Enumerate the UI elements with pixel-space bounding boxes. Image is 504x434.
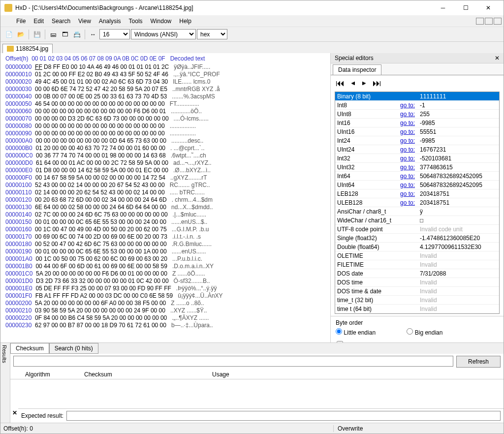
menu-tools[interactable]: Tools <box>125 17 147 26</box>
bottom-close-button[interactable]: ✕ <box>10 408 18 423</box>
menu-window[interactable]: Window <box>147 17 176 26</box>
di-row[interactable]: LEB128go to:203418751 <box>335 189 499 198</box>
hex-row[interactable]: 00000200 5A 20 00 00 00 00 00 00 6F A0 0… <box>5 300 325 307</box>
hex-row[interactable]: 00000090 00 00 00 00 00 00 00 00 00 00 0… <box>5 130 325 137</box>
hex-row[interactable]: 00000080 00 00 00 00 00 00 00 00 00 00 0… <box>5 123 325 130</box>
nav-buttons[interactable]: ⏮ ◀ ▶ ⏭ <box>331 75 504 92</box>
checksum-tab[interactable]: Checksum <box>10 343 49 354</box>
menu-edit[interactable]: Edit <box>30 17 48 26</box>
refresh-button[interactable]: Refresh <box>456 356 501 368</box>
close-button[interactable]: ✕ <box>477 1 500 15</box>
menu-file[interactable]: File <box>12 17 30 26</box>
hex-row[interactable]: 000000C0 00 36 77 74 70 74 00 00 01 98 0… <box>5 152 325 159</box>
di-row[interactable]: Double (float64)4.12977009611532E30 <box>335 243 499 251</box>
di-row[interactable]: UInt16go to:55551 <box>335 127 499 136</box>
hex-row[interactable]: 00000140 02 7C 00 00 00 24 6D 6C 75 63 0… <box>5 211 325 218</box>
di-row[interactable]: time_t (32 bit)Invalid <box>335 296 499 305</box>
di-row[interactable]: Int24go to:-9985 <box>335 136 499 145</box>
hex-row[interactable]: 00000190 00 01 00 00 00 0C 65 6E 55 53 0… <box>5 248 325 255</box>
hex-row[interactable]: 00000220 0F 84 00 00 B6 C4 58 59 5A 20 0… <box>5 314 325 322</box>
save-button[interactable]: 💾 <box>32 29 42 40</box>
hex-row[interactable]: 000001D0 D3 2D 73 66 33 32 00 00 00 00 0… <box>5 278 325 285</box>
status-bar: Offset(h): 0 Overwrite <box>0 423 504 434</box>
maximize-button[interactable]: ☐ <box>454 1 477 15</box>
menu-search[interactable]: Search <box>48 17 74 26</box>
panel-close-button[interactable]: ✕ <box>495 55 500 62</box>
di-row[interactable]: DOS date7/31/2088 <box>335 269 499 278</box>
ram-button[interactable]: 🗔 <box>60 29 70 40</box>
hex-row[interactable]: 00000070 00 00 00 00 D3 2D 6C 63 6D 73 0… <box>5 115 325 123</box>
hex-row[interactable]: 000001E0 05 DE FF FF F3 25 00 00 07 93 0… <box>5 285 325 292</box>
di-row[interactable]: Binary (8 bit)11111111 <box>335 92 499 101</box>
hex-row[interactable]: 00000030 00 00 6D 6E 74 72 52 47 42 20 5… <box>5 86 325 93</box>
di-row[interactable]: Single (float32)-1.4748612360085E20 <box>335 234 499 243</box>
hex-row[interactable]: 00000130 6E 64 00 00 02 58 00 00 00 24 6… <box>5 204 325 211</box>
di-row[interactable]: UInt64go to:5064878326892452095 <box>335 181 499 189</box>
expected-input[interactable] <box>66 411 501 421</box>
bytes-per-row-select[interactable]: 16 <box>99 29 130 39</box>
hex-row[interactable]: 00000010 01 2C 00 00 FF E2 02 B0 49 43 4… <box>5 71 325 78</box>
encoding-select[interactable]: Windows (ANSI) <box>131 29 196 39</box>
di-row[interactable]: Int16go to:-9985 <box>335 119 499 127</box>
checksum-combo[interactable] <box>13 356 453 367</box>
hex-row[interactable]: 00000120 00 20 63 68 72 6D 00 00 02 34 0… <box>5 196 325 204</box>
di-row[interactable]: UInt8go to:255 <box>335 110 499 119</box>
hex-row[interactable]: 00000110 02 14 00 00 00 20 62 54 52 43 0… <box>5 189 325 196</box>
minimize-button[interactable]: ─ <box>432 1 454 15</box>
di-row[interactable]: Int8go to:-1 <box>335 101 499 110</box>
data-inspector-tab[interactable]: Data inspector <box>333 64 381 75</box>
hex-row[interactable]: 00000050 46 54 00 00 00 00 00 00 00 00 0… <box>5 100 325 108</box>
di-row[interactable]: UInt24go to:16767231 <box>335 145 499 154</box>
di-row[interactable]: time t (64 bit)Invalid <box>335 305 499 313</box>
hex-row[interactable]: 00000000 FF D8 FF E0 00 10 4A 46 49 46 0… <box>5 63 325 71</box>
hex-row[interactable]: 000001C0 5A 20 00 00 00 00 00 00 F6 D6 0… <box>5 270 325 278</box>
di-row[interactable]: AnsiChar / char8_tÿ <box>335 207 499 216</box>
checksum-list[interactable] <box>10 379 504 408</box>
big-endian-radio[interactable]: Big endian <box>407 329 442 336</box>
hex-row[interactable]: 00000020 49 4C 45 00 01 01 00 00 02 A0 6… <box>5 78 325 86</box>
di-row[interactable]: FILETIMEInvalid <box>335 260 499 269</box>
hex-row[interactable]: 000000B0 01 20 00 00 00 40 63 70 72 74 0… <box>5 145 325 152</box>
hex-row[interactable]: 00000170 00 69 00 6C 00 74 00 2D 00 69 0… <box>5 233 325 241</box>
base-select[interactable]: hex <box>197 29 227 39</box>
hex-row[interactable]: 00000210 03 90 58 59 5A 20 00 00 00 00 0… <box>5 307 325 314</box>
hex-row[interactable]: 00000150 00 01 00 00 00 0C 65 6E 55 53 0… <box>5 218 325 226</box>
menu-analysis[interactable]: Analysis <box>95 17 125 26</box>
file-tab[interactable]: 1188254.jpg <box>2 44 53 53</box>
results-side-tab[interactable]: Results <box>0 343 10 423</box>
hex-row[interactable]: 00000180 00 52 00 47 00 42 6D 6C 75 63 0… <box>5 241 325 248</box>
hex-row[interactable]: 000001B0 00 44 00 6F 00 6D 00 61 00 69 0… <box>5 263 325 270</box>
hex-row[interactable]: 000000D0 61 64 00 00 01 AC 00 00 00 2C 7… <box>5 159 325 167</box>
hex-row[interactable]: 000000A0 00 00 00 00 00 00 00 00 00 0D 6… <box>5 137 325 145</box>
hex-row[interactable]: 000001A0 00 1C 00 50 00 75 00 62 00 6C 0… <box>5 255 325 263</box>
disk-button[interactable]: 🖴 <box>48 29 59 40</box>
insert-button[interactable]: ↔ <box>88 29 98 40</box>
di-row[interactable]: UInt32go to:3774863615 <box>335 163 499 172</box>
hex-row[interactable]: 000000E0 01 D8 00 00 00 14 62 58 59 5A 0… <box>5 167 325 174</box>
hex-row[interactable]: 00000040 00 0B 00 07 00 0E 00 25 00 33 6… <box>5 93 325 100</box>
di-row[interactable]: ULEB128go to:203418751 <box>335 198 499 207</box>
di-row[interactable]: Int64go to:5064878326892452095 <box>335 172 499 181</box>
di-row[interactable]: WideChar / char16_t□ <box>335 216 499 225</box>
search-tab[interactable]: Search (0 hits) <box>49 343 98 354</box>
di-row[interactable]: DOS timeInvalid <box>335 278 499 287</box>
di-row[interactable]: Int32go to:-520103681 <box>335 154 499 163</box>
data-inspector-table[interactable]: Binary (8 bit)11111111Int8go to:-1UInt8g… <box>335 92 500 314</box>
hex-editor[interactable]: Offset(h) 00 01 02 03 04 05 06 07 08 09 … <box>0 53 330 342</box>
mdi-controls[interactable] <box>475 18 502 25</box>
new-button[interactable]: 📄 <box>3 29 14 40</box>
menu-view[interactable]: View <box>74 17 95 26</box>
menu-help[interactable]: Help <box>175 17 195 26</box>
hex-row[interactable]: 00000100 52 43 00 00 02 14 00 00 00 20 6… <box>5 182 325 189</box>
di-row[interactable]: UTF-8 code pointInvalid code unit <box>335 225 499 234</box>
hex-row[interactable]: 00000230 62 97 00 00 B7 87 00 00 18 D9 7… <box>5 322 325 329</box>
hex-row[interactable]: 000001F0 FB A1 FF FF FD A2 00 00 03 DC 0… <box>5 292 325 300</box>
di-row[interactable]: DOS time & dateInvalid <box>335 287 499 296</box>
little-endian-radio[interactable]: Little endian <box>336 329 376 336</box>
hex-row[interactable]: 00000160 00 1C 00 47 00 49 00 4D 00 50 0… <box>5 226 325 233</box>
open-button[interactable]: 📂 <box>15 29 26 40</box>
device-button[interactable]: 📇 <box>71 29 82 40</box>
hex-row[interactable]: 000000F0 00 14 67 58 59 5A 00 00 02 00 0… <box>5 174 325 182</box>
hex-row[interactable]: 00000060 00 00 00 00 00 00 00 00 00 00 0… <box>5 108 325 115</box>
di-row[interactable]: OLETIMEInvalid <box>335 251 499 260</box>
